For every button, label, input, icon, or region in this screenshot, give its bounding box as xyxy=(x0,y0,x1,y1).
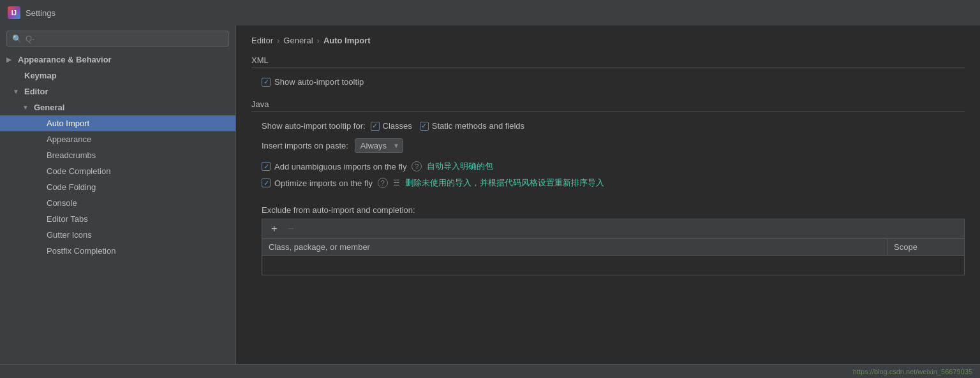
sidebar-item-editor[interactable]: ▼ Editor xyxy=(0,84,235,99)
sidebar: 🔍 ▶ Appearance & Behavior Keymap ▼ Edito… xyxy=(0,25,236,364)
table-toolbar: + − xyxy=(262,219,965,238)
xml-show-tooltip-text: Show auto-import tooltip xyxy=(274,77,364,87)
add-unambiguous-row: ✓ Add unambiguous imports on the fly ? 自… xyxy=(251,158,965,175)
xml-show-tooltip-label[interactable]: ✓ Show auto-import tooltip xyxy=(262,77,364,87)
optimize-imports-label[interactable]: ✓ Optimize imports on the fly xyxy=(262,178,373,188)
breadcrumb-sep-1: › xyxy=(277,36,279,45)
sidebar-item-label: Appearance & Behavior xyxy=(18,55,112,64)
app-icon: IJ xyxy=(8,6,20,19)
sidebar-item-label: Editor Tabs xyxy=(47,214,88,224)
content-area: Editor › General › Auto Import XML ✓ Sho… xyxy=(236,25,980,364)
sidebar-item-label: Postfix Completion xyxy=(47,246,115,256)
java-static-text: Static methods and fields xyxy=(432,121,524,131)
remove-button[interactable]: − xyxy=(284,222,298,236)
optimize-imports-hint-icon: ☰ xyxy=(393,178,400,187)
java-static-label[interactable]: ✓ Static methods and fields xyxy=(420,121,524,131)
table-col-scope-header: Scope xyxy=(887,239,964,255)
sidebar-item-breadcrumbs[interactable]: Breadcrumbs xyxy=(0,147,235,163)
sidebar-item-label: Auto Import xyxy=(47,119,89,128)
sidebar-item-label: Code Folding xyxy=(47,182,96,192)
java-classes-text: Classes xyxy=(383,121,412,131)
optimize-imports-text: Optimize imports on the fly xyxy=(274,178,373,188)
sidebar-item-label: Breadcrumbs xyxy=(47,150,96,160)
sidebar-item-console[interactable]: Console xyxy=(0,195,235,211)
chevron-right-icon: ▶ xyxy=(6,56,14,63)
chevron-down-icon: ▼ xyxy=(13,88,20,95)
add-unambiguous-help-icon[interactable]: ? xyxy=(412,161,422,171)
optimize-imports-help-icon[interactable]: ? xyxy=(378,178,388,188)
add-unambiguous-checkbox[interactable]: ✓ xyxy=(262,162,271,171)
title-bar: IJ Settings xyxy=(0,0,980,25)
breadcrumb-sep-2: › xyxy=(317,36,320,45)
java-section-title: Java xyxy=(251,99,965,112)
insert-imports-label: Insert imports on paste: xyxy=(262,141,348,150)
sidebar-item-appearance-behavior[interactable]: ▶ Appearance & Behavior xyxy=(0,52,235,68)
sidebar-item-label: Console xyxy=(47,198,77,208)
java-classes-label[interactable]: ✓ Classes xyxy=(371,121,412,131)
java-show-tooltip-for-label: Show auto-import tooltip for: xyxy=(262,121,366,131)
search-input[interactable] xyxy=(26,34,223,43)
sidebar-item-code-folding[interactable]: Code Folding xyxy=(0,179,235,195)
breadcrumb: Editor › General › Auto Import xyxy=(251,36,965,45)
sidebar-item-keymap[interactable]: Keymap xyxy=(0,68,235,84)
xml-section-title: XML xyxy=(251,55,965,68)
xml-show-tooltip-checkbox[interactable]: ✓ xyxy=(262,78,271,87)
sidebar-item-label: Keymap xyxy=(24,71,57,80)
xml-show-tooltip-row: ✓ Show auto-import tooltip xyxy=(251,75,965,89)
java-show-tooltip-row: Show auto-import tooltip for: ✓ Classes … xyxy=(251,119,965,133)
java-classes-checkbox[interactable]: ✓ xyxy=(371,122,380,131)
status-bar: https://blog.csdn.net/weixin_56679035 xyxy=(0,364,980,378)
sidebar-item-label: Editor xyxy=(24,87,48,96)
sidebar-item-gutter-icons[interactable]: Gutter Icons xyxy=(0,227,235,243)
table-header: Class, package, or member Scope xyxy=(262,239,964,256)
exclude-section: Exclude from auto-import and completion:… xyxy=(251,201,965,275)
sidebar-item-label: Appearance xyxy=(47,134,91,144)
table-col-class-header: Class, package, or member xyxy=(262,239,887,255)
sidebar-item-label: Gutter Icons xyxy=(47,230,92,240)
add-unambiguous-text: Add unambiguous imports on the fly xyxy=(274,162,406,171)
optimize-imports-row: ✓ Optimize imports on the fly ? ☰ 删除未使用的… xyxy=(251,175,965,191)
sidebar-item-label: General xyxy=(34,103,64,112)
sidebar-item-editor-tabs[interactable]: Editor Tabs xyxy=(0,211,235,227)
add-unambiguous-label[interactable]: ✓ Add unambiguous imports on the fly xyxy=(262,162,406,171)
java-section: Java Show auto-import tooltip for: ✓ Cla… xyxy=(251,99,965,191)
search-wrapper[interactable]: 🔍 xyxy=(6,31,229,47)
java-static-checkbox[interactable]: ✓ xyxy=(420,122,429,131)
breadcrumb-editor: Editor xyxy=(251,36,273,45)
insert-imports-select-wrapper: Always Ask Never ▼ xyxy=(355,138,403,153)
table-body xyxy=(262,256,964,275)
window-title: Settings xyxy=(26,8,56,18)
add-unambiguous-hint: 自动导入明确的包 xyxy=(427,161,493,172)
insert-imports-select[interactable]: Always Ask Never xyxy=(355,138,403,153)
search-icon: 🔍 xyxy=(12,34,22,43)
add-button[interactable]: + xyxy=(267,222,281,236)
sidebar-item-auto-import[interactable]: Auto Import xyxy=(0,115,235,131)
sidebar-item-code-completion[interactable]: Code Completion xyxy=(0,163,235,179)
optimize-imports-hint: 删除未使用的导入，并根据代码风格设置重新排序导入 xyxy=(405,177,604,189)
exclude-label: Exclude from auto-import and completion: xyxy=(251,201,965,219)
sidebar-item-appearance[interactable]: Appearance xyxy=(0,131,235,147)
optimize-imports-checkbox[interactable]: ✓ xyxy=(262,178,271,187)
search-box: 🔍 xyxy=(0,25,235,52)
chevron-down-icon: ▼ xyxy=(22,104,30,111)
sidebar-item-general[interactable]: ▼ General xyxy=(0,99,235,115)
status-url: https://blog.csdn.net/weixin_56679035 xyxy=(853,368,972,375)
sidebar-item-label: Code Completion xyxy=(47,166,110,176)
xml-section: XML ✓ Show auto-import tooltip xyxy=(251,55,965,89)
sidebar-item-postfix-completion[interactable]: Postfix Completion xyxy=(0,243,235,259)
exclude-table: Class, package, or member Scope xyxy=(262,238,965,275)
breadcrumb-auto-import: Auto Import xyxy=(323,36,371,45)
breadcrumb-general: General xyxy=(283,36,313,45)
main-layout: 🔍 ▶ Appearance & Behavior Keymap ▼ Edito… xyxy=(0,25,980,364)
insert-imports-row: Insert imports on paste: Always Ask Neve… xyxy=(251,136,965,156)
